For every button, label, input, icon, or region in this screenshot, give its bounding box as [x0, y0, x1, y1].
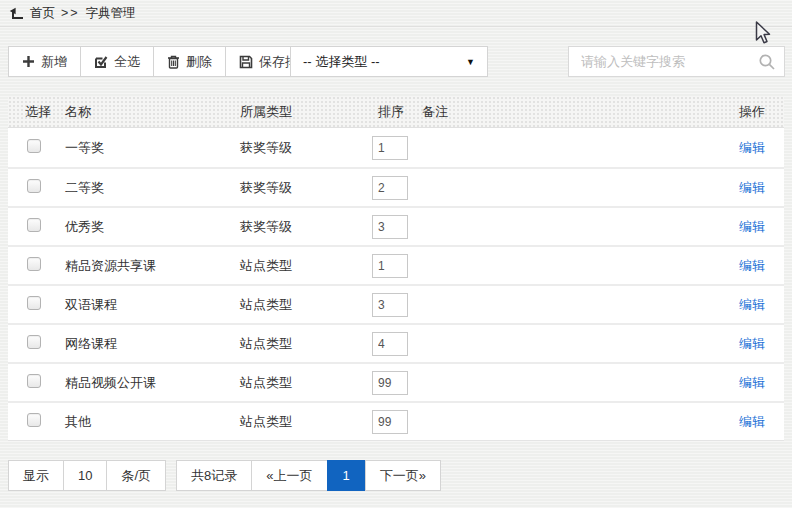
breadcrumb: 首页 >> 字典管理 — [0, 0, 792, 27]
save-floppy-icon — [239, 55, 253, 69]
breadcrumb-current: 字典管理 — [86, 5, 136, 22]
breadcrumb-home[interactable]: 首页 — [30, 5, 55, 22]
row-checkbox[interactable] — [27, 335, 41, 349]
row-name: 双语课程 — [65, 296, 240, 314]
row-name: 精品资源共享课 — [65, 257, 240, 275]
row-type: 站点类型 — [240, 335, 372, 353]
delete-button-label: 删除 — [186, 53, 212, 71]
table-row: 其他 站点类型 编辑 — [8, 401, 784, 440]
col-header-select: 选择 — [8, 103, 65, 121]
row-sort-input[interactable] — [372, 293, 408, 317]
row-sort-input[interactable] — [372, 254, 408, 278]
row-type: 获奖等级 — [240, 139, 372, 157]
trash-icon — [167, 55, 180, 69]
table-row: 网络课程 站点类型 编辑 — [8, 323, 784, 362]
plus-icon — [22, 55, 35, 68]
row-type: 站点类型 — [240, 413, 372, 431]
table-row: 精品资源共享课 站点类型 编辑 — [8, 245, 784, 284]
chevron-down-icon: ▼ — [466, 57, 475, 67]
row-type: 获奖等级 — [240, 179, 372, 197]
add-button[interactable]: 新增 — [8, 46, 81, 77]
row-checkbox[interactable] — [27, 296, 41, 310]
row-type: 站点类型 — [240, 374, 372, 392]
table-row: 二等奖 获奖等级 编辑 — [8, 167, 784, 206]
row-name: 其他 — [65, 413, 240, 431]
row-type: 获奖等级 — [240, 218, 372, 236]
row-sort-input[interactable] — [372, 215, 408, 239]
row-sort-input[interactable] — [372, 332, 408, 356]
page-size-display-label: 显示 — [8, 460, 64, 491]
return-arrow-icon — [9, 7, 24, 20]
row-edit-link[interactable]: 编辑 — [739, 336, 765, 351]
select-all-button-label: 全选 — [114, 53, 140, 71]
add-button-label: 新增 — [41, 53, 67, 71]
row-edit-link[interactable]: 编辑 — [739, 258, 765, 273]
row-sort-input[interactable] — [372, 410, 408, 434]
search-input[interactable] — [568, 46, 785, 77]
search-box — [568, 46, 785, 77]
row-sort-input[interactable] — [372, 371, 408, 395]
table-body: 一等奖 获奖等级 编辑 二等奖 获奖等级 编辑 优秀奖 获奖等级 编辑 精品资源… — [8, 128, 784, 440]
total-records-label: 共8记录 — [176, 460, 252, 491]
row-edit-link[interactable]: 编辑 — [739, 297, 765, 312]
next-page-button[interactable]: 下一页» — [365, 460, 441, 491]
row-sort-input[interactable] — [372, 176, 408, 200]
page-size-value[interactable]: 10 — [63, 460, 107, 491]
row-checkbox[interactable] — [27, 139, 41, 153]
row-edit-link[interactable]: 编辑 — [739, 414, 765, 429]
row-name: 一等奖 — [65, 139, 240, 157]
delete-button[interactable]: 删除 — [153, 46, 226, 77]
row-sort-input[interactable] — [372, 136, 408, 160]
table-row: 双语课程 站点类型 编辑 — [8, 284, 784, 323]
row-type: 站点类型 — [240, 296, 372, 314]
row-edit-link[interactable]: 编辑 — [739, 375, 765, 390]
table-row: 优秀奖 获奖等级 编辑 — [8, 206, 784, 245]
page-number-1[interactable]: 1 — [327, 460, 366, 491]
toolbar: 新增 全选 删除 — [0, 46, 792, 77]
col-header-remark: 备注 — [422, 103, 694, 121]
col-header-sort: 排序 — [372, 103, 422, 121]
row-checkbox[interactable] — [27, 179, 41, 193]
row-edit-link[interactable]: 编辑 — [739, 219, 765, 234]
col-header-operation: 操作 — [694, 103, 784, 121]
row-edit-link[interactable]: 编辑 — [739, 140, 765, 155]
table-header-row: 选择 名称 所属类型 排序 备注 操作 — [8, 96, 784, 128]
row-checkbox[interactable] — [27, 218, 41, 232]
toolbar-button-group: 新增 全选 删除 — [8, 46, 325, 77]
table-row: 一等奖 获奖等级 编辑 — [8, 128, 784, 167]
prev-page-button[interactable]: «上一页 — [251, 460, 327, 491]
row-type: 站点类型 — [240, 257, 372, 275]
type-select-value: -- 选择类型 -- — [303, 53, 380, 71]
row-name: 网络课程 — [65, 335, 240, 353]
pagination: 显示 10 条/页 共8记录 «上一页 1 下一页» — [8, 460, 441, 491]
search-icon[interactable] — [758, 53, 776, 71]
row-edit-link[interactable]: 编辑 — [739, 180, 765, 195]
row-name: 精品视频公开课 — [65, 374, 240, 392]
type-select-dropdown[interactable]: -- 选择类型 -- ▼ — [290, 46, 488, 77]
page-size-unit-label: 条/页 — [106, 460, 166, 491]
dictionary-table: 选择 名称 所属类型 排序 备注 操作 一等奖 获奖等级 编辑 二等奖 获奖等级… — [8, 96, 784, 441]
col-header-type: 所属类型 — [240, 103, 372, 121]
row-checkbox[interactable] — [27, 413, 41, 427]
checkbox-checked-icon — [94, 55, 108, 69]
select-all-button[interactable]: 全选 — [80, 46, 154, 77]
breadcrumb-separator: >> — [61, 6, 80, 20]
row-checkbox[interactable] — [27, 257, 41, 271]
row-name: 二等奖 — [65, 179, 240, 197]
row-name: 优秀奖 — [65, 218, 240, 236]
col-header-name: 名称 — [65, 103, 240, 121]
table-row: 精品视频公开课 站点类型 编辑 — [8, 362, 784, 401]
row-checkbox[interactable] — [27, 374, 41, 388]
